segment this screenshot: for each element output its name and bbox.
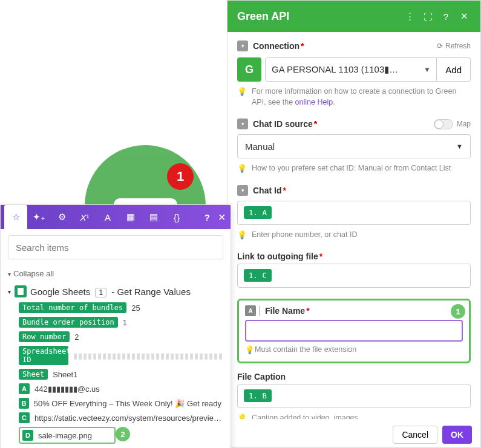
field-connection: ▾ Connection* ⟳Refresh G GA PERSONAL 110… (237, 41, 471, 108)
bulb-icon: 💡 (237, 163, 247, 174)
tree-module-header[interactable]: ▾ Google Sheets 1 - Get Range Values (8, 285, 223, 297)
chevron-down-icon: ▼ (424, 66, 430, 73)
refresh-button[interactable]: ⟳Refresh (437, 42, 471, 50)
tab-variable[interactable]: X¹ (73, 205, 96, 229)
expand-icon[interactable]: ⛶ (421, 11, 434, 22)
tab-date[interactable]: ▦ (119, 205, 142, 229)
connection-label: Connection* (253, 41, 304, 51)
chat-id-source-label: Chat ID source* (253, 119, 317, 129)
panel-header: Green API ⋮ ⛶ ? ✕ (227, 1, 480, 32)
link-file-input[interactable]: 1. C (237, 264, 471, 288)
file-caption-hint: 💡 Caption added to video, images (237, 413, 471, 419)
callout-badge-fn-1: 1 (451, 304, 465, 319)
file-name-hint: 💡 Must contain the file extension (245, 345, 463, 354)
connection-hint: 💡 For more information on how to create … (237, 86, 471, 108)
refresh-icon: ⟳ (437, 42, 443, 50)
bulb-icon: 💡 (245, 345, 255, 354)
close-icon[interactable]: ✕ (457, 11, 471, 22)
field-chat-id: ▾ Chat Id* 1. A 💡 Enter phone number, or… (237, 185, 471, 241)
panel-footer: Cancel OK (393, 426, 472, 444)
item-spreadsheet-id[interactable]: Spreadsheet ID▮▮▮▮▮▮▮▮▮▮▮▮▮▮▮▮▮▮▮▮▮▮▮▮▮▮… (19, 346, 223, 365)
online-help-link[interactable]: online Help (295, 98, 333, 106)
tab-json[interactable]: {} (165, 205, 188, 229)
collapse-toggle-icon[interactable]: ▾ (237, 41, 248, 51)
panel-title: Green API (237, 10, 398, 23)
chat-id-hint: 💡 Enter phone number, or chat ID (237, 230, 471, 241)
variable-picker-panel: ☆ ✦₊ ⚙ X¹ A ▦ ▤ {} ? ✕ Collapse all ▾ Go… (0, 204, 231, 448)
item-col-a[interactable]: A442▮▮▮▮▮▮▮@c.us (19, 383, 223, 394)
help-icon[interactable]: ? (439, 11, 453, 22)
collapse-toggle-icon[interactable]: ▾ (237, 185, 248, 196)
map-toggle-switch[interactable] (434, 119, 453, 129)
field-chat-id-source: ▾ Chat ID source* Map Manual ▼ 💡 How to … (237, 118, 471, 174)
mapped-token[interactable]: 1. B (244, 389, 272, 402)
item-bundle-order[interactable]: Bundle order position1 (19, 317, 223, 328)
chat-id-source-select[interactable]: Manual ▼ (237, 134, 471, 158)
chat-id-label: Chat Id* (253, 186, 286, 195)
connection-brand-icon: G (237, 57, 261, 82)
search-input[interactable] (8, 235, 223, 259)
field-link-file: Link to outgoing file* 1. C (237, 252, 471, 288)
collapse-all-button[interactable]: Collapse all (8, 269, 223, 278)
google-sheets-icon (15, 285, 27, 297)
chat-source-hint: 💡 How to you prefere set chat ID: Manual… (237, 163, 471, 174)
type-text-icon: A (245, 305, 256, 316)
file-name-label: File Name* (265, 306, 310, 316)
item-col-c[interactable]: Chttps://static.vecteezy.com/system/reso… (19, 412, 223, 423)
mapped-token[interactable]: 1. A (244, 206, 272, 219)
tab-magic[interactable]: ✦₊ (27, 205, 50, 229)
add-connection-button[interactable]: Add (437, 57, 471, 82)
item-row-number[interactable]: Row number2 (19, 331, 223, 342)
file-caption-label: File Caption (237, 372, 471, 381)
variable-tree: ▾ Google Sheets 1 - Get Range Values Tot… (8, 285, 223, 444)
item-sheet[interactable]: SheetSheet1 (19, 369, 223, 380)
map-toggle: Map (434, 119, 471, 129)
tab-star[interactable]: ☆ (4, 205, 27, 229)
picker-close-icon[interactable]: ✕ (218, 212, 226, 223)
callout-badge-d-2: 2 (116, 427, 130, 441)
chevron-down-icon: ▾ (8, 288, 11, 295)
tab-array[interactable]: ▤ (142, 205, 165, 229)
chat-id-input[interactable]: 1. A (237, 201, 471, 225)
field-file-name: 1 A File Name* 💡 Must contain the file e… (237, 299, 471, 363)
picker-toolbar: ☆ ✦₊ ⚙ X¹ A ▦ ▤ {} ? ✕ (1, 205, 231, 229)
module-config-panel: Green API ⋮ ⛶ ? ✕ ▾ Connection* ⟳Refresh… (227, 0, 481, 448)
step-number-badge: 1 (95, 288, 106, 297)
item-total-bundles[interactable]: Total number of bundles25 (19, 302, 223, 313)
cancel-button[interactable]: Cancel (393, 426, 437, 444)
callout-badge-1: 1 (167, 163, 194, 190)
module-name: Google Sheets 1 - Get Range Values (30, 287, 191, 297)
item-col-d[interactable]: Dsale-image.png 2 (19, 427, 223, 444)
tab-text[interactable]: A (96, 205, 119, 229)
picker-body: Collapse all ▾ Google Sheets 1 - Get Ran… (1, 229, 231, 448)
separator (260, 306, 260, 316)
bulb-icon: 💡 (237, 86, 247, 108)
menu-icon[interactable]: ⋮ (403, 11, 416, 22)
tab-gear[interactable]: ⚙ (50, 205, 73, 229)
connection-select[interactable]: GA PERSONAL 1103 (1103▮… ▼ (265, 57, 437, 82)
bulb-icon: 💡 (237, 230, 247, 241)
bulb-icon: 💡 (237, 413, 247, 419)
file-caption-input[interactable]: 1. B (237, 384, 471, 408)
file-name-input[interactable] (245, 320, 463, 342)
link-file-label: Link to outgoing file* (237, 252, 471, 261)
panel-body: ▾ Connection* ⟳Refresh G GA PERSONAL 110… (227, 32, 480, 419)
ok-button[interactable]: OK (442, 426, 472, 444)
picker-help-icon[interactable]: ? (205, 212, 210, 222)
chevron-down-icon: ▼ (456, 143, 463, 150)
collapse-toggle-icon[interactable]: ▾ (237, 118, 248, 129)
field-file-caption: File Caption 1. B 💡 Caption added to vid… (237, 372, 471, 419)
item-col-b[interactable]: B50% OFF Everything – This Week Only! 🎉 … (19, 398, 223, 409)
mapped-token[interactable]: 1. C (244, 269, 272, 282)
